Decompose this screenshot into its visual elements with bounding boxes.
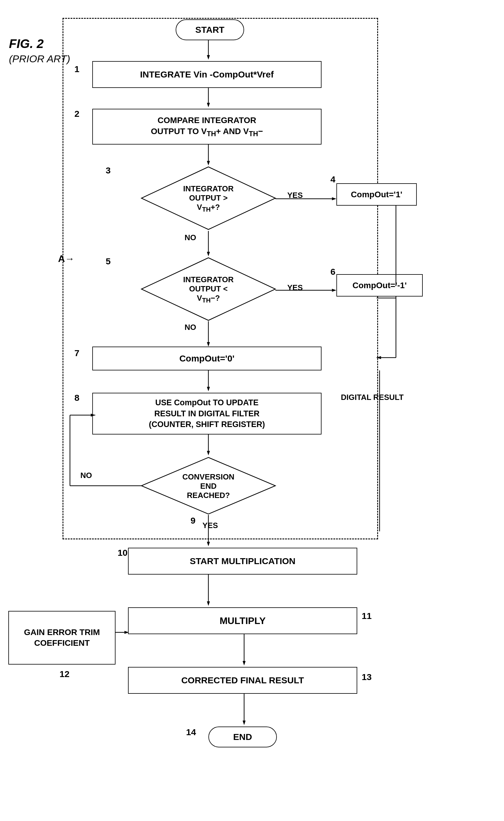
step-num-8: 8	[74, 393, 79, 403]
svg-marker-34	[207, 601, 210, 606]
arrow-step11-step13	[243, 634, 246, 667]
step-num-1: 1	[74, 64, 79, 74]
step10-box: START MULTIPLICATION	[128, 548, 357, 574]
dec9-yes-label: YES	[202, 521, 218, 530]
digital-result-label: DIGITAL RESULT	[341, 393, 404, 402]
diagram: FIG. 2 (PRIOR ART) START 1 INTEGRATE Vin…	[0, 0, 504, 821]
svg-marker-38	[243, 661, 246, 666]
step13-box: CORRECTED FINAL RESULT	[128, 667, 357, 694]
step-num-10: 10	[118, 548, 127, 558]
arrow-step13-end	[243, 694, 246, 727]
step-num-2: 2	[74, 109, 79, 119]
step2-line1: COMPARE INTEGRATOR	[151, 115, 263, 126]
step-num-12: 12	[60, 669, 69, 679]
fig-title: FIG. 2	[9, 36, 70, 52]
step-num-5: 5	[106, 256, 111, 267]
step8-line1: USE CompOut TO UPDATE	[149, 397, 265, 408]
svg-marker-40	[243, 721, 246, 725]
decision5-wrapper: INTEGRATOROUTPUT <VTH−?	[140, 256, 277, 323]
svg-marker-32	[207, 542, 210, 546]
step-num-14: 14	[186, 727, 196, 737]
arrow-step10-step11	[207, 574, 210, 607]
gain-error-box: GAIN ERROR TRIMCOEFFICIENT	[8, 611, 116, 665]
box4: CompOut='1'	[336, 183, 417, 206]
fig-subtitle: (PRIOR ART)	[9, 52, 70, 65]
box6: CompOut='-1'	[336, 274, 423, 297]
step8-box: USE CompOut TO UPDATE RESULT IN DIGITAL …	[92, 393, 322, 434]
decision3-text: INTEGRATOROUTPUT >VTH+?	[179, 184, 238, 214]
step2-line2: OUTPUT TO VTH+ AND VTH−	[151, 126, 263, 138]
decision3-wrapper: INTEGRATOROUTPUT >VTH+?	[140, 165, 277, 232]
step2-box: COMPARE INTEGRATOR OUTPUT TO VTH+ AND VT…	[92, 109, 322, 144]
dec3-yes-label: YES	[287, 191, 303, 200]
step1-box: INTEGRATE Vin -CompOut*Vref	[92, 61, 322, 88]
step-num-6: 6	[330, 267, 336, 277]
step-num-9: 9	[191, 515, 196, 526]
decision9-text: CONVERSIONEND REACHED?	[179, 472, 238, 500]
dec9-no-label: NO	[80, 471, 92, 480]
step-num-7: 7	[74, 348, 79, 358]
decision9-wrapper: CONVERSIONEND REACHED?	[140, 456, 277, 517]
step8-line3: (COUNTER, SHIFT REGISTER)	[149, 419, 265, 430]
step-num-13: 13	[362, 672, 372, 682]
fig-label: FIG. 2 (PRIOR ART)	[9, 36, 70, 65]
box7: CompOut='0'	[92, 347, 322, 370]
box6-to-right	[377, 297, 400, 300]
step-num-3: 3	[106, 165, 111, 175]
dec5-no-label: NO	[185, 323, 196, 332]
label-a: A→	[58, 253, 74, 264]
start-terminal: START	[176, 19, 244, 40]
decision5-text: INTEGRATOROUTPUT <VTH−?	[179, 275, 238, 305]
step-num-11: 11	[362, 611, 372, 621]
step11-box: MULTIPLY	[128, 607, 357, 634]
dec3-no-label: NO	[185, 233, 196, 242]
dec5-yes-label: YES	[287, 283, 303, 292]
end-terminal: END	[208, 727, 277, 747]
step8-line2: RESULT IN DIGITAL FILTER	[149, 408, 265, 419]
step-num-4: 4	[330, 174, 336, 184]
